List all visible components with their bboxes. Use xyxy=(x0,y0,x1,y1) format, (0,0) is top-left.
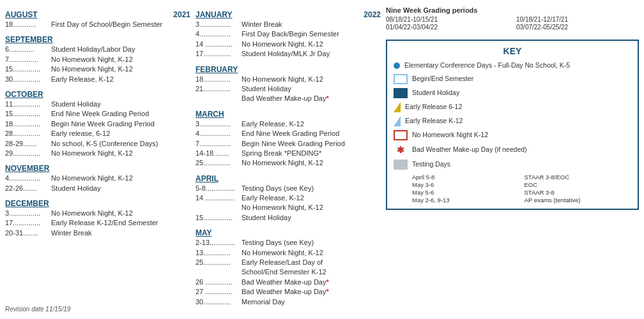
event-date: 14 .............. xyxy=(195,40,241,49)
event-desc: No Homework Night, K-12 xyxy=(241,40,323,49)
event-row: 15..............End Nine Week Grading Pe… xyxy=(5,109,190,119)
event-row: 3................Winter Break xyxy=(195,20,381,29)
event-date xyxy=(195,94,241,103)
testing-days-value: STAAR 3-8 xyxy=(525,189,632,196)
month-title: NOVEMBER xyxy=(5,164,49,173)
key-item: Early Release K-12 xyxy=(394,116,631,126)
event-row: 29..............No Homework Night, K-12 xyxy=(5,149,190,158)
key-box: KEY Elementary Conference Days - Full-Da… xyxy=(386,40,639,210)
month-title: DECEMBER xyxy=(5,199,49,208)
event-desc: Student Holiday xyxy=(51,184,101,193)
event-row: School/End Semester K-12 xyxy=(195,267,381,277)
month-section: APRIL5-8...............Testing Days (see… xyxy=(195,170,381,223)
event-date: 3................ xyxy=(195,119,241,129)
testing-days-value: EOC xyxy=(525,181,632,188)
event-row: 11..............Student Holiday xyxy=(5,100,190,109)
event-date: 22-26....... xyxy=(5,184,51,193)
event-row: 25..............Early Release/Last Day o… xyxy=(195,258,381,267)
event-date: 3................ xyxy=(195,20,241,29)
key-item: Student Holiday xyxy=(394,88,631,98)
event-row: 14 ...............Early Release, K-12 xyxy=(195,193,381,203)
event-desc: Begin Nine Week Grading Period xyxy=(241,139,345,149)
early-release-6-12-icon xyxy=(394,102,401,112)
event-row: 28..............Early release, 6-12 xyxy=(5,129,190,138)
event-date: 7............... xyxy=(5,55,51,64)
event-desc: End Nine Week Grading Period xyxy=(51,109,149,119)
nine-week-period-left: 08/18/21-10/15/21 xyxy=(386,16,509,23)
event-date: 7................ xyxy=(195,139,241,149)
month-section: OCTOBER11..............Student Holiday15… xyxy=(5,86,190,158)
month-title: AUGUST xyxy=(5,10,38,19)
event-date: 15.............. xyxy=(5,64,51,74)
begin-end-semester-icon xyxy=(394,74,408,84)
event-row: 4................No Homework Night, K-12 xyxy=(5,174,190,183)
revision-date: Revision date 11/15/19 xyxy=(5,306,190,313)
event-desc: No Homework Night, K-12 xyxy=(241,248,323,258)
event-desc: Winter Break xyxy=(51,228,92,238)
event-desc: Student Holiday/Labor Day xyxy=(51,45,135,54)
key-item: No Homework Night K-12 xyxy=(394,130,631,140)
month-title: SEPTEMBER xyxy=(5,35,53,44)
event-date: 20-31........ xyxy=(5,228,51,238)
event-desc: Student Holiday xyxy=(51,100,101,109)
event-row: 6.............Student Holiday/Labor Day xyxy=(5,45,190,54)
event-row: 20-31........Winter Break xyxy=(5,228,190,238)
key-item-desc: Early Release 6-12 xyxy=(405,103,462,112)
event-row: 13..............No Homework Night, K-12 xyxy=(195,248,381,258)
event-desc: Early Release, K-12 xyxy=(241,119,304,129)
event-desc: No Homework Night, K-12 xyxy=(51,174,133,183)
event-row: 28-29.......No school, K-5 (Conference D… xyxy=(5,139,190,149)
event-row: 2-13.............Testing Days (see Key) xyxy=(195,238,381,248)
event-desc: Begin Nine Week Grading Period xyxy=(51,119,155,129)
event-date: 17.............. xyxy=(5,218,51,228)
event-desc: Early Release, K-12 xyxy=(51,75,114,84)
event-row: 22-26.......Student Holiday xyxy=(5,184,190,193)
event-row: 30..............Early Release, K-12 xyxy=(5,75,190,84)
testing-days-value: STAAR 3-8/EOC xyxy=(525,174,632,181)
testing-days-icon xyxy=(394,160,408,170)
event-row: 25..............No Homework Night, K-12 xyxy=(195,158,381,168)
middle-column: JANUARY20223................Winter Break… xyxy=(195,6,381,313)
month-title: FEBRUARY xyxy=(195,65,238,74)
event-row: 17..............Early Release K-12/End S… xyxy=(5,218,190,228)
event-desc: No Homework Night, K-12 xyxy=(241,203,323,212)
key-title: KEY xyxy=(394,46,631,56)
event-date: 3................ xyxy=(5,209,51,218)
event-row: 14-18........Spring Break *PENDING* xyxy=(195,149,381,158)
event-row: 14 ..............No Homework Night, K-12 xyxy=(195,40,381,49)
event-date: 14 ............... xyxy=(195,193,241,203)
event-desc: Early Release K-12/End Semester xyxy=(51,218,158,228)
key-item-desc: Early Release K-12 xyxy=(405,117,463,126)
event-date: 26 .............. xyxy=(195,278,241,287)
event-desc: Memorial Day xyxy=(241,297,285,307)
event-date: 4................ xyxy=(195,129,241,138)
testing-days-label: April 5-8 xyxy=(412,174,519,181)
event-date: 18.............. xyxy=(5,119,51,129)
event-row: 15..............No Homework Night, K-12 xyxy=(5,64,190,74)
month-section: NOVEMBER4................No Homework Nig… xyxy=(5,160,190,193)
key-item: Early Release 6-12 xyxy=(394,102,631,112)
event-date: 27 .............. xyxy=(195,287,241,297)
event-date: 28-29....... xyxy=(5,139,51,149)
key-item-desc: Testing Days xyxy=(412,160,450,169)
event-row: 18............First Day of School/Begin … xyxy=(5,20,190,29)
event-date: 18............ xyxy=(5,20,51,29)
event-desc: Bad Weather Make-up Day* xyxy=(241,94,329,103)
event-desc: Early Release/Last Day of xyxy=(241,258,323,267)
left-column: AUGUST202118............First Day of Sch… xyxy=(5,6,190,313)
event-date: 11.............. xyxy=(5,100,51,109)
nine-week-title: Nine Week Grading periods xyxy=(386,6,639,14)
event-row: 7...............No Homework Night, K-12 xyxy=(5,55,190,64)
event-row: 26 ..............Bad Weather Make-up Day… xyxy=(195,278,381,287)
event-row: 4................First Day Back/Begin Se… xyxy=(195,29,381,39)
event-row: 4................End Nine Week Grading P… xyxy=(195,129,381,138)
event-date: 4................ xyxy=(195,29,241,39)
event-row: 27 ..............Bad Weather Make-up Day… xyxy=(195,287,381,297)
bad-weather-makeup-icon: ✱ xyxy=(394,144,408,156)
event-desc: Student Holiday xyxy=(241,213,291,223)
month-section: SEPTEMBER6.............Student Holiday/L… xyxy=(5,31,190,84)
key-item-desc: Bad Weather Make-up Day (if needed) xyxy=(412,145,527,154)
event-date: 17.............. xyxy=(195,49,241,59)
student-holiday-icon xyxy=(394,88,408,98)
event-desc: School/End Semester K-12 xyxy=(241,267,326,277)
